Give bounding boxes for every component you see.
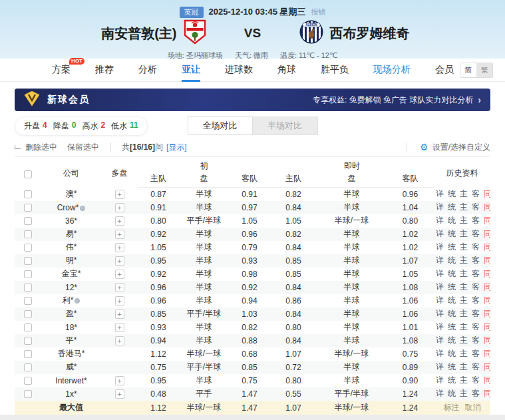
history-link-统[interactable]: 统 [448,362,456,371]
history-link-统[interactable]: 统 [448,269,456,278]
history-link-统[interactable]: 统 [448,229,456,238]
history-link-统[interactable]: 统 [448,256,456,265]
row-checkbox[interactable] [24,190,32,198]
history-link-统[interactable]: 统 [448,282,456,292]
history-link-详[interactable]: 详 [436,322,444,331]
history-link-同[interactable]: 同 [484,229,490,238]
history-link-客[interactable]: 客 [472,282,480,292]
nav-tab-胜平负[interactable]: 胜平负 [321,59,349,82]
company-name[interactable]: Crow* [41,201,101,214]
report-error-link[interactable]: 报错 [311,7,325,17]
history-link-详[interactable]: 详 [436,349,444,358]
company-name[interactable]: 36* [41,214,101,228]
row-checkbox[interactable] [24,244,32,252]
expand-plus-button[interactable]: + [115,256,124,266]
mark-link[interactable]: 标注 [444,403,460,412]
expand-plus-button[interactable]: + [115,376,124,385]
history-link-同[interactable]: 同 [484,202,490,212]
nav-tab-进球数[interactable]: 进球数 [225,59,253,82]
full-match-toggle[interactable]: 全场对比 [188,116,253,135]
history-link-统[interactable]: 统 [448,216,456,225]
history-link-主[interactable]: 主 [460,229,468,238]
lang-traditional-button[interactable]: 繁 [476,63,492,77]
expand-plus-button[interactable]: + [115,283,124,292]
history-link-统[interactable]: 统 [448,296,456,305]
history-link-主[interactable]: 主 [460,362,468,371]
history-link-客[interactable]: 客 [472,256,480,265]
history-link-主[interactable]: 主 [460,296,468,305]
history-link-同[interactable]: 同 [484,269,490,278]
history-link-详[interactable]: 详 [436,269,444,278]
expand-plus-button[interactable]: + [115,216,124,226]
history-link-主[interactable]: 主 [460,202,468,212]
history-link-统[interactable]: 统 [448,375,456,385]
expand-plus-button[interactable]: + [115,310,124,319]
history-link-客[interactable]: 客 [472,216,480,225]
company-name[interactable]: 12* [41,281,101,294]
row-checkbox[interactable] [24,297,32,305]
expand-plus-button[interactable]: + [115,203,124,212]
history-link-主[interactable]: 主 [460,389,468,398]
row-checkbox[interactable] [24,323,32,331]
history-link-统[interactable]: 统 [448,389,456,398]
history-link-客[interactable]: 客 [472,375,480,385]
history-link-详[interactable]: 详 [436,202,444,212]
history-link-客[interactable]: 客 [472,335,480,345]
history-link-客[interactable]: 客 [472,322,480,331]
company-name[interactable]: 盈* [41,308,101,321]
company-name[interactable]: 18* [41,321,101,334]
history-link-主[interactable]: 主 [460,282,468,292]
history-link-客[interactable]: 客 [472,349,480,358]
history-link-主[interactable]: 主 [460,375,468,385]
expand-plus-button[interactable]: + [115,389,124,399]
company-name[interactable]: 明* [41,254,101,268]
delete-selected-button[interactable]: 删除选中 [25,142,57,153]
company-name[interactable]: 1x* [41,387,101,401]
expand-plus-button[interactable]: + [115,270,124,279]
nav-tab-亚让[interactable]: 亚让 [182,59,200,82]
cancel-link[interactable]: 取消 [465,403,481,412]
row-checkbox[interactable] [24,310,32,318]
company-name[interactable]: 威* [41,361,101,374]
nav-tab-推荐[interactable]: 推荐 [95,59,114,82]
history-link-详[interactable]: 详 [436,216,444,225]
history-link-客[interactable]: 客 [472,229,480,238]
half-match-toggle[interactable]: 半场对比 [253,116,318,135]
history-link-主[interactable]: 主 [460,216,468,225]
history-link-同[interactable]: 同 [484,216,490,225]
history-link-统[interactable]: 统 [448,335,456,345]
history-link-同[interactable]: 同 [484,335,490,345]
settings-customize-link[interactable]: 设置/选择自定义 [432,142,490,153]
row-checkbox[interactable] [24,204,32,212]
nav-tab-现场分析[interactable]: 现场分析 [373,59,411,82]
history-link-统[interactable]: 统 [448,349,456,358]
company-name[interactable]: 利* [41,294,101,308]
history-link-主[interactable]: 主 [460,189,468,198]
history-link-同[interactable]: 同 [484,282,490,292]
history-link-同[interactable]: 同 [484,296,490,305]
expand-plus-button[interactable]: + [115,296,124,306]
history-link-详[interactable]: 详 [436,229,444,238]
row-checkbox[interactable] [24,217,32,225]
history-link-同[interactable]: 同 [484,322,490,331]
keep-selected-button[interactable]: 保留选中 [67,142,99,153]
history-link-主[interactable]: 主 [460,309,468,318]
row-checkbox[interactable] [24,230,32,238]
history-link-统[interactable]: 统 [448,189,456,198]
row-checkbox[interactable] [24,257,32,265]
history-link-同[interactable]: 同 [484,362,490,371]
history-link-客[interactable]: 客 [472,202,480,212]
company-name[interactable]: 香港马* [41,347,101,361]
history-link-主[interactable]: 主 [460,269,468,278]
history-link-客[interactable]: 客 [472,296,480,305]
expand-plus-button[interactable]: + [115,190,124,199]
expand-plus-button[interactable]: + [115,336,124,345]
expand-plus-button[interactable]: + [115,323,124,332]
expand-plus-button[interactable]: + [115,230,124,239]
row-checkbox[interactable] [24,363,32,371]
history-link-主[interactable]: 主 [460,256,468,265]
history-link-详[interactable]: 详 [436,256,444,265]
history-link-同[interactable]: 同 [484,349,490,358]
company-name[interactable]: 伟* [41,241,101,254]
history-link-客[interactable]: 客 [472,189,480,198]
